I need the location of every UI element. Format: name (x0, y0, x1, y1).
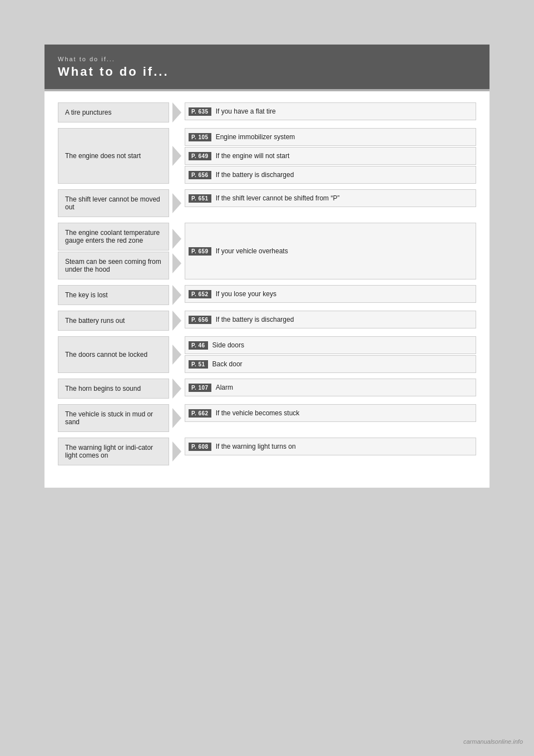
right-rows-doors: P. 46Side doorsP. 51Back door (185, 336, 476, 373)
page-badge: P. 656 (189, 171, 211, 179)
entry-warning: The warning light or indi-cator light co… (58, 438, 476, 465)
right-row-engine-start-2: P. 656If the battery is discharged (185, 166, 476, 184)
right-text: If you lose your keys (216, 290, 276, 298)
arrow-icon (172, 102, 181, 122)
right-text: Alarm (216, 384, 233, 391)
arrow-doors (169, 336, 185, 373)
left-item-horn: The horn begins to sound (58, 379, 169, 399)
left-item-shift-lever: The shift lever cannot be moved out (58, 189, 169, 217)
right-text: If the warning light turns on (216, 443, 296, 450)
entry-shift-lever: The shift lever cannot be moved outP. 65… (58, 189, 476, 217)
watermark: carmanualsonline.info (463, 738, 523, 745)
page-badge: P. 105 (189, 133, 211, 141)
right-text: If your vehicle overheats (216, 247, 288, 255)
right-row-warning-0: P. 608If the warning light turns on (185, 438, 476, 455)
page-badge: P. 656 (189, 316, 211, 324)
right-rows-shift-lever: P. 651If the shift lever cannot be shift… (185, 189, 476, 217)
arrow-icon (172, 408, 181, 428)
left-item-battery: The battery runs out (58, 311, 169, 331)
arrow-icon (172, 345, 181, 365)
entry-doors: The doors cannot be lockedP. 46Side door… (58, 336, 476, 373)
left-item-doors: The doors cannot be locked (58, 336, 169, 373)
right-rows-warning: P. 608If the warning light turns on (185, 438, 476, 465)
left-item-warning: The warning light or indi-cator light co… (58, 438, 169, 465)
entry-horn: The horn begins to soundP. 107Alarm (58, 379, 476, 399)
right-rows-battery: P. 656If the battery is discharged (185, 311, 476, 331)
arrow-icon (172, 311, 181, 331)
entry-battery: The battery runs outP. 656If the battery… (58, 311, 476, 331)
right-row-horn-0: P. 107Alarm (185, 379, 476, 396)
right-text: Back door (212, 360, 243, 368)
page-badge: P. 635 (189, 107, 211, 116)
left-item-engine-start: The engine does not start (58, 128, 169, 184)
page-badge: P. 649 (189, 152, 211, 160)
left-item-overheat-1: Steam can be seen coming from under the … (58, 252, 169, 279)
arrow-icon (172, 379, 181, 399)
right-rows-key-lost: P. 652If you lose your keys (185, 285, 476, 305)
page-badge: P. 51 (189, 360, 208, 369)
right-row-shift-lever-0: P. 651If the shift lever cannot be shift… (185, 189, 476, 207)
entry-stuck: The vehicle is stuck in mud or sandP. 66… (58, 404, 476, 432)
arrow-icon (172, 285, 181, 305)
page-background: What to do if... What to do if... A tire… (0, 45, 534, 756)
page-badge: P. 107 (189, 384, 211, 392)
left-item-key-lost: The key is lost (58, 285, 169, 305)
arrow-battery (169, 311, 185, 331)
arrow-icon (172, 253, 181, 273)
page-badge: P. 651 (189, 194, 211, 203)
arrow-key-lost (169, 285, 185, 305)
page-badge: P. 608 (189, 443, 211, 451)
right-text: If the shift lever cannot be shifted fro… (216, 194, 340, 202)
right-rows-horn: P. 107Alarm (185, 379, 476, 399)
right-text: If the battery is discharged (216, 171, 294, 179)
entry-key-lost: The key is lostP. 652If you lose your ke… (58, 285, 476, 305)
right-row-engine-start-1: P. 649If the engine will not start (185, 147, 476, 165)
left-item-stuck: The vehicle is stuck in mud or sand (58, 404, 169, 432)
entry-engine-start: The engine does not startP. 105Engine im… (58, 128, 476, 184)
content-area: A tire puncturesP. 635If you have a flat… (44, 91, 490, 488)
right-rows-engine-start: P. 105Engine immobilizer systemP. 649If … (185, 128, 476, 184)
page-badge: P. 652 (189, 290, 211, 298)
header-small-title: What to do if... (58, 56, 476, 62)
arrow-icon (172, 146, 181, 166)
header-section: What to do if... What to do if... (44, 45, 490, 91)
arrow-icon (172, 441, 181, 462)
page-badge: P. 659 (189, 247, 211, 256)
entry-tire: A tire puncturesP. 635If you have a flat… (58, 102, 476, 122)
page-badge: P. 46 (189, 341, 208, 350)
right-row-stuck-0: P. 662If the vehicle becomes stuck (185, 404, 476, 422)
right-row-engine-start-0: P. 105Engine immobilizer system (185, 128, 476, 146)
header-large-title: What to do if... (58, 65, 476, 79)
right-text: If you have a flat tire (216, 107, 276, 115)
arrow-icon (172, 193, 181, 213)
right-overheat: P. 659If your vehicle overheats (185, 223, 476, 279)
arrow-horn (169, 379, 185, 399)
arrow-icon (172, 229, 181, 249)
multi-left-overheat: The engine coolant temperature gauge ent… (58, 223, 169, 279)
right-text: If the engine will not start (216, 152, 290, 160)
arrow-shift-lever (169, 189, 185, 217)
right-text: If the battery is discharged (216, 316, 294, 323)
left-item-tire: A tire punctures (58, 102, 169, 122)
right-row-battery-0: P. 656If the battery is discharged (185, 311, 476, 328)
right-text: If the vehicle becomes stuck (216, 409, 300, 417)
arrow-tire (169, 102, 185, 122)
arrow-stuck (169, 404, 185, 432)
right-rows-tire: P. 635If you have a flat tire (185, 102, 476, 122)
right-row-doors-1: P. 51Back door (185, 355, 476, 373)
arrow-warning (169, 438, 185, 465)
arrow-engine-start (169, 128, 185, 184)
right-row-key-lost-0: P. 652If you lose your keys (185, 285, 476, 303)
arrow-overheat (169, 223, 185, 279)
right-text: Side doors (212, 341, 244, 349)
right-rows-stuck: P. 662If the vehicle becomes stuck (185, 404, 476, 432)
right-text: Engine immobilizer system (216, 133, 295, 141)
page-badge: P. 662 (189, 409, 211, 418)
right-row-tire-0: P. 635If you have a flat tire (185, 102, 476, 120)
left-item-overheat-0: The engine coolant temperature gauge ent… (58, 223, 169, 251)
entry-overheat: The engine coolant temperature gauge ent… (58, 223, 476, 279)
right-row-doors-0: P. 46Side doors (185, 336, 476, 354)
